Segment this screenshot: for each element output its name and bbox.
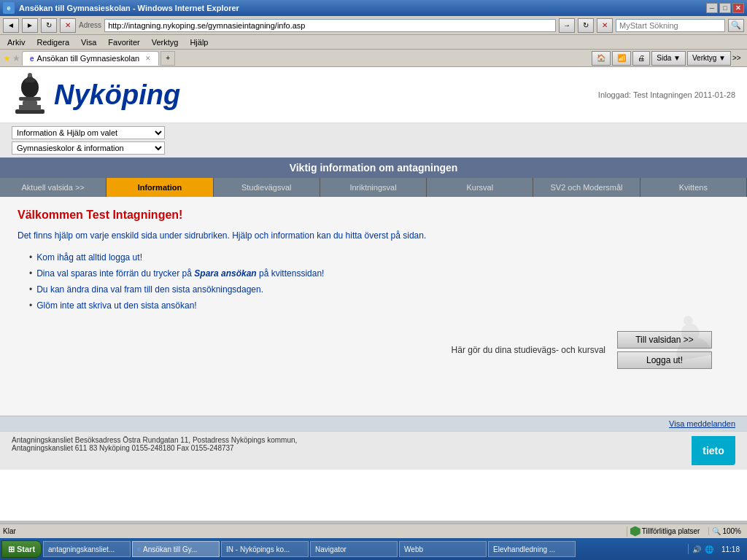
tab-kvittens[interactable]: Kvittens: [640, 178, 747, 197]
address-bar: ◄ ► ↻ ✕ Adress → ↻ ✕ 🔍: [0, 16, 747, 35]
tab-sv2-modersmaal[interactable]: SV2 och Modersmål: [533, 178, 640, 197]
list-item: Glöm inte att skriva ut den sista ansöka…: [29, 300, 729, 311]
taskbar-item-label-5: Elevhandledning ...: [493, 545, 555, 553]
page-title-bar: Viktig information om antagningen: [0, 158, 747, 178]
security-status: Tillförlitliga platser: [627, 526, 703, 537]
taskbar-item-label-4: Webb: [404, 545, 423, 553]
site-header: Nyköping Inloggad: Test Intagningen 2011…: [0, 67, 747, 123]
refresh-button[interactable]: ↻: [41, 18, 57, 33]
window-title: Ansökan till Gymnasieskolan - Windows In…: [19, 4, 239, 12]
help-text: Det finns hjälp om varje enskild sida un…: [18, 230, 729, 241]
menu-hjalp[interactable]: Hjälp: [185, 36, 212, 48]
taskbar-item-label-2: IN - Nyköpings ko...: [226, 545, 290, 553]
visa-meddelanden-link[interactable]: Visa meddelanden: [669, 419, 735, 428]
footer-info: Antagningskansliet Besöksadress Östra Ru…: [0, 431, 747, 470]
site-logo-text: Nyköping: [54, 79, 180, 111]
search-button[interactable]: 🔍: [728, 19, 744, 32]
page-footer-visa: Visa meddelanden: [0, 416, 747, 431]
forward-button[interactable]: ►: [22, 18, 38, 33]
home-button[interactable]: 🏠: [592, 51, 611, 66]
title-bar: e Ansökan till Gymnasieskolan - Windows …: [0, 0, 747, 16]
bullet-list: Kom ihåg att alltid logga ut! Dina val s…: [18, 252, 729, 311]
taskbar-right: 🔊 🌐 11:18: [685, 544, 746, 554]
taskbar-item-label-3: Navigator: [315, 545, 347, 553]
svg-rect-7: [23, 101, 37, 106]
status-text: Klar: [3, 527, 621, 535]
taskbar-item-label-1: Ansökan till Gy...: [143, 545, 197, 553]
shield-icon: [630, 526, 640, 537]
taskbar-item-2[interactable]: IN - Nyköpings ko...: [221, 541, 309, 557]
feeds-button[interactable]: 📶: [612, 51, 631, 66]
status-right: Tillförlitliga platser 🔍 100%: [627, 526, 744, 537]
taskbar-item-1[interactable]: e Ansökan till Gy...: [132, 541, 220, 557]
tab-close-icon[interactable]: ✕: [145, 55, 151, 62]
back-button[interactable]: ◄: [3, 18, 19, 33]
tieto-logo: tieto: [692, 436, 735, 465]
svg-rect-1: [19, 105, 41, 110]
nav-tabs: Aktuell valsida >> Information Studieväg…: [0, 178, 747, 197]
chevron-right-icon[interactable]: >>: [732, 54, 744, 62]
nav-dropdown-1[interactable]: Information & Hjälp om valet: [12, 126, 165, 139]
new-tab-button[interactable]: +: [160, 51, 175, 66]
tab-information[interactable]: Information: [107, 178, 213, 197]
menu-arkiv[interactable]: Arkiv: [3, 36, 29, 48]
browser-tab-active[interactable]: e Ansökan till Gymnasieskolan ✕: [22, 51, 159, 66]
page-button[interactable]: Sida ▼: [651, 51, 686, 66]
action-label: Här gör du dina studievägs- och kursval: [452, 345, 605, 355]
taskbar-item-4[interactable]: Webb: [399, 541, 487, 557]
app-icon: e: [3, 2, 15, 14]
nav-dropdowns: Information & Hjälp om valet Gymnasiesko…: [0, 123, 747, 158]
zoom-text: 100%: [722, 527, 741, 535]
taskbar-item-0[interactable]: antagningskansliet...: [43, 541, 131, 557]
favorite-star[interactable]: ★: [3, 53, 11, 63]
tab-aktuell-valsida[interactable]: Aktuell valsida >>: [0, 178, 107, 197]
taskbar-item-label-0: antagningskansliet...: [48, 545, 115, 553]
tab-kursval[interactable]: Kursval: [427, 178, 533, 197]
refresh-page-button[interactable]: ↻: [578, 18, 594, 33]
page-title: Viktig information om antagningen: [290, 162, 458, 174]
tray-icons: 🔊 🌐: [688, 544, 717, 554]
address-input[interactable]: [104, 19, 556, 32]
tab-inriktningsval[interactable]: Inriktningsval: [320, 178, 427, 197]
svg-point-5: [28, 73, 32, 77]
start-label: Start: [17, 545, 35, 553]
minimize-button[interactable]: ─: [706, 3, 718, 13]
nav-dropdown-2[interactable]: Gymnasieskolor & information: [12, 141, 165, 155]
print-button[interactable]: 🖨: [632, 51, 650, 66]
logga-ut-button[interactable]: Logga ut!: [617, 351, 712, 369]
svg-rect-6: [19, 97, 41, 101]
stop-button[interactable]: ✕: [60, 18, 76, 33]
search-input[interactable]: [616, 19, 725, 32]
taskbar-item-5[interactable]: Elevhandledning ...: [488, 541, 576, 557]
footer-address-line2: Antagningskansliet 611 83 Nyköping 0155-…: [12, 444, 297, 452]
page-content: Nyköping Inloggad: Test Intagningen 2011…: [0, 67, 747, 521]
action-area: Här gör du dina studievägs- och kursval …: [18, 325, 729, 375]
tab-studievagsval[interactable]: Studievägsval: [214, 178, 320, 197]
tools-button[interactable]: Verktyg ▼: [687, 51, 731, 66]
menu-visa[interactable]: Visa: [77, 36, 101, 48]
login-info: Inloggad: Test Intagningen 2011-01-28: [598, 90, 735, 99]
stop-page-button[interactable]: ✕: [597, 18, 613, 33]
menu-verktyg[interactable]: Verktyg: [147, 36, 183, 48]
taskbar-item-3[interactable]: Navigator: [310, 541, 398, 557]
action-buttons: Till valsidan >> Logga ut!: [617, 331, 712, 369]
maximize-button[interactable]: □: [719, 3, 731, 13]
menu-favoriter[interactable]: Favoriter: [104, 36, 144, 48]
close-button[interactable]: ✕: [732, 3, 744, 13]
add-favorite-star[interactable]: ★: [12, 53, 20, 63]
valsidan-button[interactable]: Till valsidan >>: [617, 331, 712, 349]
status-bar: Klar Tillförlitliga platser 🔍 100%: [0, 524, 747, 538]
taskbar-clock: 11:18: [719, 545, 743, 553]
footer-address-line1: Antagningskansliet Besöksadress Östra Ru…: [12, 436, 297, 444]
menu-redigera[interactable]: Redigera: [32, 36, 74, 48]
menu-bar: Arkiv Redigera Visa Favoriter Verktyg Hj…: [0, 35, 747, 50]
tray-icon-1: 🔊: [692, 544, 702, 554]
security-text: Tillförlitliga platser: [642, 527, 700, 535]
start-button[interactable]: ⊞ Start: [1, 540, 42, 558]
zoom-icon: 🔍: [712, 527, 721, 535]
list-item: Dina val sparas inte förrän du trycker p…: [29, 268, 729, 279]
welcome-title: Välkommen Test Intagningen!: [18, 209, 729, 222]
start-icon: ⊞: [8, 545, 15, 554]
chess-logo-icon: [12, 73, 48, 117]
go-button[interactable]: →: [559, 18, 575, 33]
